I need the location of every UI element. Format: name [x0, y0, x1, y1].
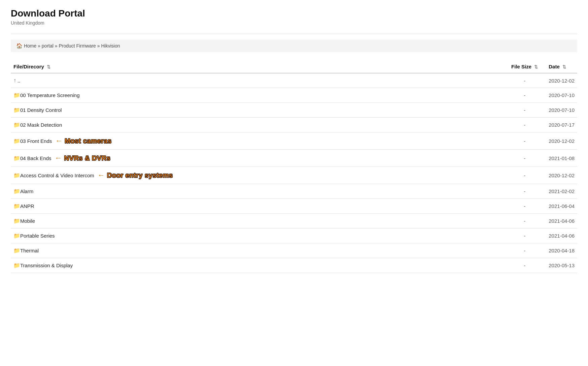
table-header-row: File/Direcory ⇅ File Size ⇅ Date ⇅: [11, 60, 577, 73]
folder-icon: 📁: [13, 155, 20, 161]
folder-icon: 📁: [13, 188, 20, 194]
table-row: 📁Mobile-2021-04-06: [11, 214, 577, 228]
col-size[interactable]: File Size ⇅: [503, 60, 541, 73]
file-name-link[interactable]: 01 Density Control: [20, 107, 62, 113]
file-name-link[interactable]: Mobile: [20, 218, 35, 224]
file-size-cell: -: [503, 88, 541, 103]
folder-icon: 📁: [13, 107, 20, 113]
file-date-cell: 2021-06-04: [541, 199, 577, 214]
table-row: 📁04 Back Ends←NVRs & DVRs-2021-01-08: [11, 150, 577, 167]
folder-icon: 📁: [13, 172, 20, 179]
table-row: 📁01 Density Control-2020-07-10: [11, 103, 577, 118]
folder-icon: 📁: [13, 262, 20, 269]
file-size-cell: -: [503, 184, 541, 199]
annotation-arrow-icon: ←: [55, 136, 63, 145]
breadcrumb-product-firmware[interactable]: Product Firmware: [59, 43, 96, 49]
file-date-cell: 2020-04-18: [541, 243, 577, 258]
file-date-cell: 2021-02-02: [541, 184, 577, 199]
file-date-cell: 2021-04-06: [541, 228, 577, 243]
file-size-cell: -: [503, 214, 541, 228]
file-name-link[interactable]: Thermal: [20, 248, 39, 253]
file-size-cell: -: [503, 73, 541, 88]
file-size-cell: -: [503, 228, 541, 243]
file-date-cell: 2020-07-10: [541, 88, 577, 103]
col-date[interactable]: Date ⇅: [541, 60, 577, 73]
page-subtitle: United Kingdom: [11, 20, 577, 26]
col-file[interactable]: File/Direcory ⇅: [11, 60, 503, 73]
annotation-text: Door entry systems: [107, 172, 173, 179]
file-name-link[interactable]: ANPR: [20, 203, 34, 209]
file-date-cell: 2020-07-17: [541, 118, 577, 132]
sort-file-icon[interactable]: ⇅: [47, 64, 50, 69]
file-name-link[interactable]: Transmission & Display: [20, 263, 73, 268]
file-date-cell: 2021-01-08: [541, 150, 577, 167]
folder-icon: 📁: [13, 247, 20, 254]
table-row: 📁Access Control & Video Intercom←Door en…: [11, 167, 577, 184]
annotation-text: NVRs & DVRs: [64, 154, 111, 162]
annotation: ←Most cameras: [55, 136, 111, 145]
breadcrumb-home[interactable]: Home: [24, 43, 36, 49]
folder-icon: 📁: [13, 138, 20, 144]
file-size-cell: -: [503, 150, 541, 167]
file-size-cell: -: [503, 243, 541, 258]
annotation-text: Most cameras: [65, 137, 111, 145]
file-size-cell: -: [503, 132, 541, 150]
file-size-cell: -: [503, 199, 541, 214]
file-table: File/Direcory ⇅ File Size ⇅ Date ⇅ ↑..-2…: [11, 60, 577, 273]
file-name-up[interactable]: ..: [18, 78, 20, 84]
file-date-cell: 2020-12-02: [541, 132, 577, 150]
table-row: 📁ANPR-2021-06-04: [11, 199, 577, 214]
file-date-cell: 2020-12-02: [541, 73, 577, 88]
file-date-cell: 2020-12-02: [541, 167, 577, 184]
file-date-cell: 2021-04-06: [541, 214, 577, 228]
breadcrumb-current: Hikvision: [101, 43, 120, 49]
page-title: Download Portal: [11, 8, 577, 19]
file-name-link[interactable]: 04 Back Ends: [20, 155, 51, 161]
annotation: ←NVRs & DVRs: [55, 154, 111, 162]
header-divider: [11, 34, 577, 34]
file-name-link[interactable]: Alarm: [20, 188, 33, 194]
table-row: 📁02 Mask Detection-2020-07-17: [11, 118, 577, 132]
sort-date-icon[interactable]: ⇅: [562, 64, 566, 69]
file-size-cell: -: [503, 118, 541, 132]
annotation-arrow-icon: ←: [98, 171, 105, 180]
table-row: 📁Transmission & Display-2020-05-13: [11, 258, 577, 273]
file-date-cell: 2020-05-13: [541, 258, 577, 273]
file-size-cell: -: [503, 258, 541, 273]
file-date-cell: 2020-07-10: [541, 103, 577, 118]
table-row: 📁Portable Series-2021-04-06: [11, 228, 577, 243]
home-icon: 🏠: [16, 43, 23, 49]
file-name-link[interactable]: 03 Front Ends: [20, 138, 52, 144]
table-row: 📁Thermal-2020-04-18: [11, 243, 577, 258]
table-row: 📁03 Front Ends←Most cameras-2020-12-02: [11, 132, 577, 150]
file-name-link[interactable]: Access Control & Video Intercom: [20, 173, 94, 178]
annotation: ←Door entry systems: [98, 171, 173, 180]
breadcrumb: 🏠 Home » portal » Product Firmware » Hik…: [11, 39, 577, 52]
table-row: 📁00 Temperature Screening-2020-07-10: [11, 88, 577, 103]
table-row: ↑..-2020-12-02: [11, 73, 577, 88]
folder-icon: 📁: [13, 233, 20, 239]
sort-size-icon[interactable]: ⇅: [534, 64, 538, 69]
table-row: 📁Alarm-2021-02-02: [11, 184, 577, 199]
file-name-link[interactable]: 00 Temperature Screening: [20, 92, 80, 98]
folder-icon: 📁: [13, 218, 20, 224]
up-icon: ↑: [13, 78, 16, 84]
folder-icon: 📁: [13, 92, 20, 98]
annotation-arrow-icon: ←: [55, 154, 62, 162]
breadcrumb-portal[interactable]: portal: [42, 43, 54, 49]
file-name-link[interactable]: 02 Mask Detection: [20, 122, 62, 128]
file-size-cell: -: [503, 167, 541, 184]
file-size-cell: -: [503, 103, 541, 118]
file-name-link[interactable]: Portable Series: [20, 233, 55, 239]
folder-icon: 📁: [13, 122, 20, 128]
folder-icon: 📁: [13, 203, 20, 209]
